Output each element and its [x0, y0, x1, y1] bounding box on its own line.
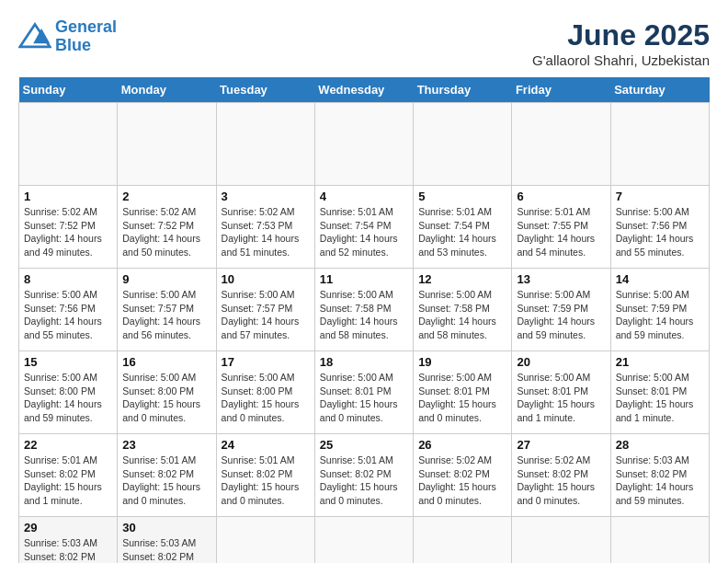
calendar-week-4: 22 Sunrise: 5:01 AMSunset: 8:02 PMDaylig… [19, 434, 710, 517]
day-info: Sunrise: 5:00 AMSunset: 8:00 PMDaylight:… [222, 371, 310, 425]
calendar-cell: 30 Sunrise: 5:03 AMSunset: 8:02 PMDaylig… [118, 517, 216, 564]
day-number: 26 [418, 438, 506, 452]
calendar-cell: 12 Sunrise: 5:00 AMSunset: 7:58 PMDaylig… [414, 269, 512, 351]
day-number: 13 [517, 272, 605, 286]
day-number: 19 [418, 355, 506, 369]
day-info: Sunrise: 5:03 AMSunset: 8:02 PMDaylight:… [616, 454, 704, 508]
calendar-cell: 20 Sunrise: 5:00 AMSunset: 8:01 PMDaylig… [512, 351, 610, 434]
day-number: 4 [320, 190, 408, 203]
logo-general: General [55, 17, 117, 36]
day-number: 12 [418, 272, 506, 286]
day-info: Sunrise: 5:00 AMSunset: 8:00 PMDaylight:… [122, 371, 210, 425]
day-info: Sunrise: 5:00 AMSunset: 7:57 PMDaylight:… [222, 288, 310, 342]
day-number: 6 [517, 190, 605, 203]
calendar-cell: 16 Sunrise: 5:00 AMSunset: 8:00 PMDaylig… [118, 351, 216, 434]
calendar-cell: 21 Sunrise: 5:00 AMSunset: 8:01 PMDaylig… [610, 351, 709, 434]
day-info: Sunrise: 5:00 AMSunset: 8:01 PMDaylight:… [418, 371, 506, 425]
day-number: 15 [24, 355, 112, 369]
calendar-cell: 8 Sunrise: 5:00 AMSunset: 7:56 PMDayligh… [19, 269, 118, 351]
calendar-week-5: 29 Sunrise: 5:03 AMSunset: 8:02 PMDaylig… [19, 517, 710, 564]
calendar-cell: 7 Sunrise: 5:00 AMSunset: 7:56 PMDayligh… [610, 186, 709, 269]
calendar-cell: 15 Sunrise: 5:00 AMSunset: 8:00 PMDaylig… [19, 351, 118, 434]
calendar-cell: 28 Sunrise: 5:03 AMSunset: 8:02 PMDaylig… [610, 434, 709, 517]
weekday-header-row: SundayMondayTuesdayWednesdayThursdayFrid… [19, 77, 710, 103]
day-number: 17 [222, 355, 310, 369]
weekday-header-wednesday: Wednesday [314, 77, 413, 103]
day-info: Sunrise: 5:00 AMSunset: 7:56 PMDaylight:… [24, 288, 112, 342]
calendar-cell [118, 103, 216, 186]
day-info: Sunrise: 5:01 AMSunset: 8:02 PMDaylight:… [24, 454, 112, 508]
day-number: 5 [418, 190, 506, 203]
day-info: Sunrise: 5:00 AMSunset: 7:58 PMDaylight:… [418, 288, 506, 342]
day-number: 3 [222, 190, 310, 203]
calendar-cell: 17 Sunrise: 5:00 AMSunset: 8:00 PMDaylig… [216, 351, 314, 434]
day-number: 27 [517, 438, 605, 452]
day-number: 7 [616, 190, 704, 203]
day-info: Sunrise: 5:00 AMSunset: 7:57 PMDaylight:… [122, 288, 210, 342]
day-number: 2 [122, 190, 210, 203]
calendar-cell: 2 Sunrise: 5:02 AMSunset: 7:52 PMDayligh… [118, 186, 216, 269]
weekday-header-thursday: Thursday [414, 77, 512, 103]
calendar-cell [610, 103, 709, 186]
weekday-header-friday: Friday [512, 77, 610, 103]
calendar-cell: 26 Sunrise: 5:02 AMSunset: 8:02 PMDaylig… [414, 434, 512, 517]
calendar-cell: 23 Sunrise: 5:01 AMSunset: 8:02 PMDaylig… [118, 434, 216, 517]
day-number: 11 [320, 272, 408, 286]
calendar-cell: 24 Sunrise: 5:01 AMSunset: 8:02 PMDaylig… [216, 434, 314, 517]
calendar-cell: 1 Sunrise: 5:02 AMSunset: 7:52 PMDayligh… [19, 186, 118, 269]
day-info: Sunrise: 5:01 AMSunset: 8:02 PMDaylight:… [320, 454, 408, 508]
logo: General Blue [18, 18, 117, 55]
day-number: 1 [24, 190, 112, 203]
day-number: 24 [222, 438, 310, 452]
day-info: Sunrise: 5:00 AMSunset: 7:59 PMDaylight:… [616, 288, 704, 342]
day-info: Sunrise: 5:00 AMSunset: 7:59 PMDaylight:… [517, 288, 605, 342]
day-info: Sunrise: 5:01 AMSunset: 7:55 PMDaylight:… [517, 205, 605, 259]
calendar-cell [414, 517, 512, 564]
calendar-cell: 6 Sunrise: 5:01 AMSunset: 7:55 PMDayligh… [512, 186, 610, 269]
calendar-cell [610, 517, 709, 564]
day-info: Sunrise: 5:02 AMSunset: 8:02 PMDaylight:… [517, 454, 605, 508]
day-info: Sunrise: 5:01 AMSunset: 8:02 PMDaylight:… [122, 454, 210, 508]
calendar-cell: 29 Sunrise: 5:03 AMSunset: 8:02 PMDaylig… [19, 517, 118, 564]
calendar-cell: 4 Sunrise: 5:01 AMSunset: 7:54 PMDayligh… [314, 186, 413, 269]
calendar-cell: 13 Sunrise: 5:00 AMSunset: 7:59 PMDaylig… [512, 269, 610, 351]
day-info: Sunrise: 5:02 AMSunset: 7:52 PMDaylight:… [122, 205, 210, 259]
day-info: Sunrise: 5:03 AMSunset: 8:02 PMDaylight:… [122, 536, 210, 563]
calendar-cell [19, 103, 118, 186]
logo-text: General Blue [55, 18, 117, 55]
day-number: 9 [122, 272, 210, 286]
calendar-cell [216, 517, 314, 564]
day-info: Sunrise: 5:00 AMSunset: 8:00 PMDaylight:… [24, 371, 112, 425]
calendar-week-3: 15 Sunrise: 5:00 AMSunset: 8:00 PMDaylig… [19, 351, 710, 434]
calendar-cell: 18 Sunrise: 5:00 AMSunset: 8:01 PMDaylig… [314, 351, 413, 434]
day-info: Sunrise: 5:01 AMSunset: 7:54 PMDaylight:… [320, 205, 408, 259]
weekday-header-tuesday: Tuesday [216, 77, 314, 103]
day-number: 20 [517, 355, 605, 369]
day-number: 23 [122, 438, 210, 452]
weekday-header-monday: Monday [118, 77, 216, 103]
calendar-week-0 [19, 103, 710, 186]
day-info: Sunrise: 5:00 AMSunset: 7:58 PMDaylight:… [320, 288, 408, 342]
weekday-header-saturday: Saturday [610, 77, 709, 103]
calendar-cell [512, 517, 610, 564]
day-info: Sunrise: 5:01 AMSunset: 8:02 PMDaylight:… [222, 454, 310, 508]
calendar-cell: 27 Sunrise: 5:02 AMSunset: 8:02 PMDaylig… [512, 434, 610, 517]
logo-icon [18, 20, 51, 53]
logo-blue: Blue [55, 36, 91, 54]
day-info: Sunrise: 5:02 AMSunset: 7:52 PMDaylight:… [24, 205, 112, 259]
calendar-cell [314, 517, 413, 564]
day-number: 22 [24, 438, 112, 452]
day-number: 25 [320, 438, 408, 452]
calendar-cell: 14 Sunrise: 5:00 AMSunset: 7:59 PMDaylig… [610, 269, 709, 351]
page-header: General Blue June 2025 G'allaorol Shahri… [18, 18, 710, 68]
calendar-week-1: 1 Sunrise: 5:02 AMSunset: 7:52 PMDayligh… [19, 186, 710, 269]
calendar-cell [414, 103, 512, 186]
calendar-cell [216, 103, 314, 186]
day-info: Sunrise: 5:00 AMSunset: 8:01 PMDaylight:… [517, 371, 605, 425]
calendar-cell: 11 Sunrise: 5:00 AMSunset: 7:58 PMDaylig… [314, 269, 413, 351]
day-number: 14 [616, 272, 704, 286]
day-info: Sunrise: 5:03 AMSunset: 8:02 PMDaylight:… [24, 536, 112, 563]
calendar-cell: 3 Sunrise: 5:02 AMSunset: 7:53 PMDayligh… [216, 186, 314, 269]
title-area: June 2025 G'allaorol Shahri, Uzbekistan [532, 18, 710, 68]
calendar-cell [512, 103, 610, 186]
